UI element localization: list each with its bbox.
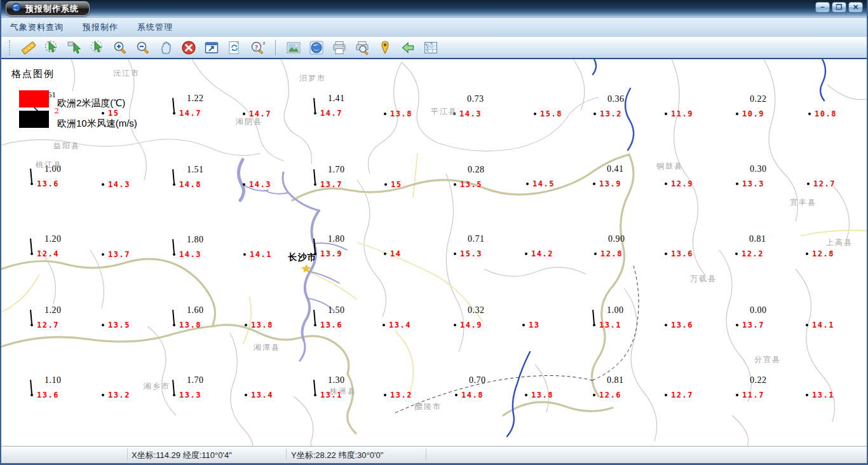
minimize-button[interactable]: −	[815, 2, 830, 13]
toolbar-location-pin-button[interactable]	[376, 39, 395, 57]
back-arrow-icon	[400, 40, 416, 55]
app-title: 预报制作系统	[25, 3, 79, 15]
grid-map-icon	[423, 40, 438, 55]
svg-text:?: ?	[255, 43, 259, 50]
zoom-out-icon	[135, 40, 151, 55]
menubar: 气象资料查询预报制作系统管理	[1, 17, 867, 37]
toolbar-select-point-button[interactable]	[42, 39, 61, 57]
close-button[interactable]: ✕	[848, 2, 863, 13]
status-separator	[426, 448, 426, 461]
legend-title: 格点图例	[11, 68, 55, 80]
toolbar-select-area-button[interactable]	[88, 39, 107, 57]
toolbar-pan-hand-button[interactable]	[156, 39, 175, 57]
app-window: 预报制作系统 −❐✕ 气象资料查询预报制作系统管理 ?±	[0, 0, 868, 465]
restore-button[interactable]: ❐	[832, 2, 846, 13]
window-controls: −❐✕	[815, 2, 863, 13]
toolbar-refresh-button[interactable]	[225, 39, 244, 57]
legend-label-1: 欧洲2米温度(℃)	[57, 97, 125, 109]
statusbar: X坐标:114.29 经度:110°0'4" Y坐标:28.22 纬度:30°0…	[1, 446, 867, 463]
globe-logo-icon	[11, 3, 21, 15]
cancel-icon	[181, 40, 196, 55]
refresh-icon	[227, 40, 242, 55]
toolbar-cancel-button[interactable]	[179, 39, 198, 57]
toolbar: ?±	[1, 37, 867, 59]
pan-hand-icon	[158, 40, 173, 55]
legend-swatch-2	[19, 111, 49, 128]
toolbar-globe-view-button[interactable]	[307, 39, 326, 57]
toolbar-print-preview-button[interactable]	[353, 39, 372, 57]
titlebar: 预报制作系统 −❐✕	[1, 0, 867, 17]
query-zoom-icon: ?±	[250, 40, 265, 55]
menu-item-1[interactable]: 气象资料查询	[10, 22, 64, 33]
toolbar-back-arrow-button[interactable]	[398, 39, 417, 57]
menu-item-2[interactable]: 预报制作	[83, 22, 118, 33]
location-pin-icon	[377, 40, 393, 55]
select-area-icon	[90, 40, 105, 55]
print-preview-icon	[355, 40, 370, 55]
status-x-coordinate: X坐标:114.29 经度:110°0'4"	[132, 450, 232, 461]
print-icon	[332, 40, 347, 55]
svg-text:±: ±	[263, 40, 266, 46]
full-extent-icon	[204, 40, 219, 55]
grid-legend: 612 格点图例 欧洲2米温度(℃)欧洲10米风速(m/s)	[1, 59, 179, 142]
toolbar-full-extent-button[interactable]	[202, 39, 221, 57]
status-separator	[127, 448, 128, 461]
menu-item-3[interactable]: 系统管理	[137, 22, 173, 33]
legend-swatch-1	[19, 90, 49, 108]
measure-ruler-icon	[21, 40, 36, 55]
zoom-in-icon	[112, 40, 128, 55]
toolbar-grid-map-button[interactable]	[421, 39, 440, 57]
status-y-coordinate: Y坐标:28.22 纬度:30°0'0"	[291, 450, 383, 461]
toolbar-zoom-in-button[interactable]	[111, 39, 130, 57]
globe-view-icon	[309, 40, 324, 55]
legend-label-2: 欧洲10米风速(m/s)	[57, 118, 137, 130]
toolbar-image-export-button[interactable]	[284, 39, 303, 57]
select-box-icon	[67, 40, 82, 55]
title-tab: 预报制作系统	[6, 1, 90, 16]
toolbar-select-box-button[interactable]	[65, 39, 84, 57]
image-export-icon	[286, 40, 301, 55]
toolbar-query-zoom-button[interactable]: ?±	[248, 39, 267, 57]
status-separator	[286, 448, 287, 461]
toolbar-print-button[interactable]	[330, 39, 349, 57]
select-point-icon	[44, 40, 59, 55]
toolbar-separator	[275, 40, 276, 55]
toolbar-grip-handle[interactable]	[9, 40, 13, 55]
toolbar-measure-ruler-button[interactable]	[19, 39, 38, 57]
map-canvas[interactable]: 1514.71.2214.714.71.4113.814.30.7315.813…	[1, 59, 867, 446]
toolbar-zoom-out-button[interactable]	[133, 39, 153, 57]
